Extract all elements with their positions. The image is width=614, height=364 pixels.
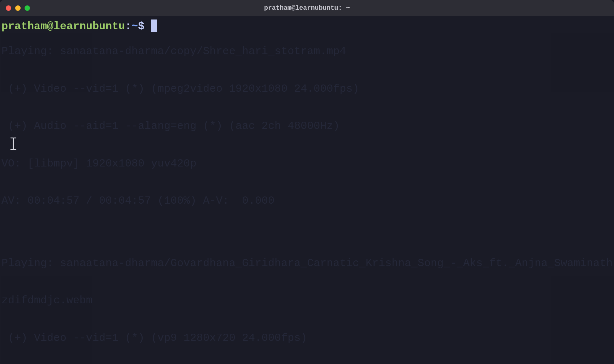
prompt-user-host: pratham@learnubuntu — [1, 20, 125, 33]
traffic-lights — [6, 5, 30, 11]
prompt-symbol: $ — [138, 20, 144, 33]
terminal-cursor — [151, 20, 157, 32]
maximize-button[interactable] — [25, 5, 30, 11]
scrollback-line: VO: [libmpv] 1920x1080 yuv420p — [1, 157, 613, 170]
minimize-button[interactable] — [15, 5, 21, 11]
ibeam-cursor-icon — [10, 137, 17, 150]
close-button[interactable] — [6, 5, 11, 11]
window-title: pratham@learnubuntu: ~ — [264, 4, 350, 12]
scrollback-line: zdifdmdjc.webm — [1, 294, 613, 307]
scrollback-line: (+) Video --vid=1 (*) (vp9 1280x720 24.0… — [1, 332, 613, 344]
prompt-path: ~ — [131, 20, 138, 33]
terminal-body[interactable]: Playing: sanaatana-dharma/copy/Shree_har… — [0, 16, 614, 364]
scrollback-line: AV: 00:04:57 / 00:04:57 (100%) A-V: 0.00… — [1, 195, 613, 207]
scrollback-line: Playing: sanaatana-dharma/Govardhana_Gir… — [1, 257, 613, 270]
terminal-window: pratham@learnubuntu: ~ Playing: sanaatan… — [0, 0, 614, 364]
prompt-colon: : — [125, 20, 131, 33]
prompt-line: pratham@learnubuntu:~$ — [1, 20, 613, 33]
scrollback-buffer: Playing: sanaatana-dharma/copy/Shree_har… — [1, 20, 613, 364]
scrollback-line: Playing: sanaatana-dharma/copy/Shree_har… — [1, 45, 613, 58]
titlebar[interactable]: pratham@learnubuntu: ~ — [0, 0, 614, 16]
scrollback-line: (+) Video --vid=1 (*) (mpeg2video 1920x1… — [1, 83, 613, 95]
scrollback-line: (+) Audio --aid=1 --alang=eng (*) (aac 2… — [1, 120, 613, 133]
